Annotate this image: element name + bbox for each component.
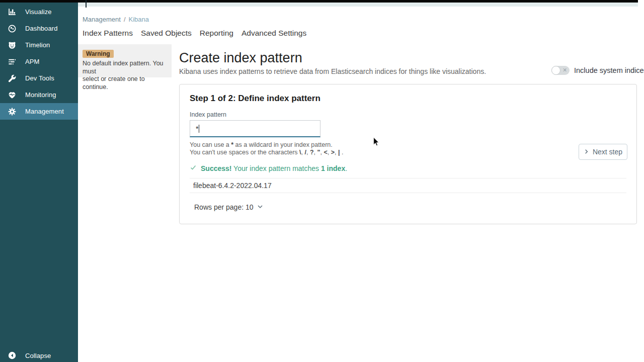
include-system-indices-toggle-row: ✕ Include system indices	[551, 66, 644, 75]
apm-icon	[8, 57, 17, 66]
tab-bar: Index PatternsSaved ObjectsReportingAdva…	[83, 29, 306, 38]
sidebar-item-label: Monitoring	[25, 91, 56, 99]
next-step-label: Next step	[593, 148, 622, 156]
dashboard-icon	[8, 24, 17, 33]
kibana-app: VisualizeDashboardTimelionAPMDev ToolsMo…	[0, 0, 644, 362]
sidebar-item-management[interactable]: Management	[0, 103, 78, 120]
warning-callout: Warning No default index pattern. You mu…	[78, 44, 172, 77]
tab-index-patterns[interactable]: Index Patterns	[83, 29, 133, 38]
sidebar-item-dev-tools[interactable]: Dev Tools	[0, 70, 78, 86]
timelion-icon	[8, 41, 17, 50]
sidebar: VisualizeDashboardTimelionAPMDev ToolsMo…	[0, 0, 78, 362]
loading-strip	[78, 3, 638, 7]
sidebar-collapse-button[interactable]: Collapse	[0, 348, 78, 362]
chevron-right-icon	[584, 148, 589, 156]
sidebar-item-visualize[interactable]: Visualize	[0, 4, 78, 20]
sidebar-item-apm[interactable]: APM	[0, 53, 78, 70]
warning-badge: Warning	[83, 50, 114, 58]
collapse-label: Collapse	[25, 352, 51, 359]
visualize-icon	[8, 8, 17, 17]
breadcrumb: Management/Kibana	[83, 16, 149, 23]
rows-per-page-button[interactable]: Rows per page: 10	[194, 203, 263, 211]
index-pattern-input[interactable]: *	[190, 120, 320, 137]
page-title: Create index pattern	[179, 50, 302, 66]
breadcrumb-management[interactable]: Management	[83, 16, 121, 23]
toggle-off-icon[interactable]: ✕	[551, 66, 570, 75]
sidebar-item-label: Dashboard	[25, 25, 58, 32]
toggle-x-glyph: ✕	[562, 67, 567, 73]
sidebar-item-label: Dev Tools	[25, 74, 54, 82]
management-icon	[8, 107, 17, 116]
sidebar-item-label: Visualize	[25, 8, 52, 16]
rows-per-page-label: Rows per page: 10	[194, 203, 254, 211]
index-pattern-value: *	[196, 125, 198, 133]
check-icon	[190, 164, 197, 172]
tab-saved-objects[interactable]: Saved Objects	[141, 29, 192, 38]
index-list: filebeat-6.4.2-2022.04.17	[190, 178, 626, 193]
input-help-wildcard: You can use a * as a wildcard in your in…	[190, 141, 333, 148]
sidebar-item-label: APM	[25, 58, 39, 65]
tab-advanced-settings[interactable]: Advanced Settings	[242, 29, 306, 38]
warning-text: No default index pattern. You must selec…	[83, 60, 167, 91]
page-subtitle: Kibana uses index patterns to retrieve d…	[179, 67, 486, 75]
success-text: Success! Your index pattern matches 1 in…	[201, 164, 347, 172]
create-index-pattern-card: Step 1 of 2: Define index pattern Index …	[179, 84, 637, 224]
top-bar	[0, 0, 638, 3]
table-row: filebeat-6.4.2-2022.04.17	[190, 178, 626, 193]
toggle-knob	[551, 66, 560, 75]
sidebar-item-dashboard[interactable]: Dashboard	[0, 20, 78, 37]
input-help-characters: You can't use spaces or the characters \…	[190, 149, 343, 156]
next-step-button[interactable]: Next step	[579, 144, 627, 160]
text-caret	[199, 125, 199, 133]
caret-mark	[86, 0, 87, 8]
monitoring-icon	[8, 90, 17, 100]
index-pattern-label: Index pattern	[190, 111, 226, 118]
breadcrumb-separator: /	[124, 16, 126, 23]
step-heading: Step 1 of 2: Define index pattern	[190, 94, 320, 104]
success-message: Success! Your index pattern matches 1 in…	[190, 164, 347, 172]
sidebar-item-label: Management	[25, 108, 64, 115]
collapse-icon	[8, 351, 17, 360]
sidebar-item-label: Timelion	[25, 41, 50, 49]
tab-reporting[interactable]: Reporting	[200, 29, 233, 38]
breadcrumb-kibana[interactable]: Kibana	[129, 16, 149, 23]
sidebar-item-monitoring[interactable]: Monitoring	[0, 86, 78, 103]
dev-tools-icon	[8, 74, 17, 83]
mouse-cursor	[373, 137, 380, 149]
toggle-label: Include system indices	[574, 66, 644, 74]
chevron-down-icon	[257, 203, 263, 211]
sidebar-item-timelion[interactable]: Timelion	[0, 37, 78, 53]
sidebar-nav: VisualizeDashboardTimelionAPMDev ToolsMo…	[0, 4, 78, 120]
